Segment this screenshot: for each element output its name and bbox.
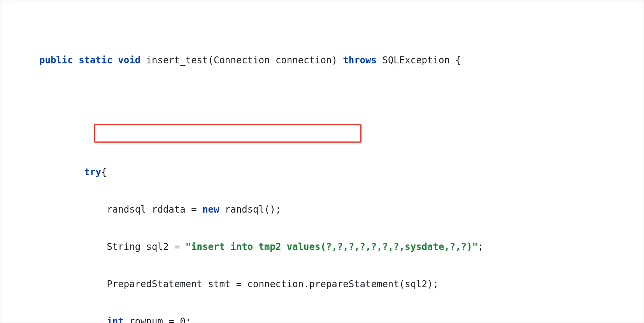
code-text: randsql(); [219, 204, 281, 215]
string-literal: "insert into tmp2 values(?,?,?,?,?,?,?,s… [186, 241, 478, 252]
code-text: SQLException { [377, 55, 461, 66]
code-line-blank[interactable] [0, 129, 644, 141]
code-line[interactable]: public static void insert_test(Connectio… [0, 54, 644, 66]
var-rownum: rownum [129, 316, 163, 323]
keyword-int: int [107, 316, 123, 323]
code-line-blank[interactable] [0, 91, 644, 104]
keyword-static: static [79, 55, 112, 66]
code-text: String sql2 = [39, 241, 186, 252]
code-text: = 0; [163, 316, 191, 323]
code-text: randsql rddata = [39, 204, 202, 215]
code-line[interactable]: String sql2 = "insert into tmp2 values(?… [0, 241, 644, 253]
code-text: ; [478, 241, 483, 252]
keyword-new: new [202, 204, 219, 215]
keyword-try: try [84, 167, 101, 178]
code-line[interactable]: PreparedStatement stmt = connection.prep… [0, 278, 644, 290]
keyword-throws: throws [343, 55, 377, 66]
code-text: { [101, 167, 107, 178]
code-editor[interactable]: public static void insert_test(Connectio… [0, 0, 644, 323]
keyword-void: void [118, 55, 140, 66]
keyword-public: public [39, 55, 73, 66]
code-line[interactable]: try{ [0, 166, 644, 178]
code-line[interactable]: randsql rddata = new randsql(); [0, 203, 644, 216]
code-line[interactable]: int rownum = 0; [0, 315, 644, 323]
method-sig: insert_test(Connection connection) [140, 55, 343, 66]
